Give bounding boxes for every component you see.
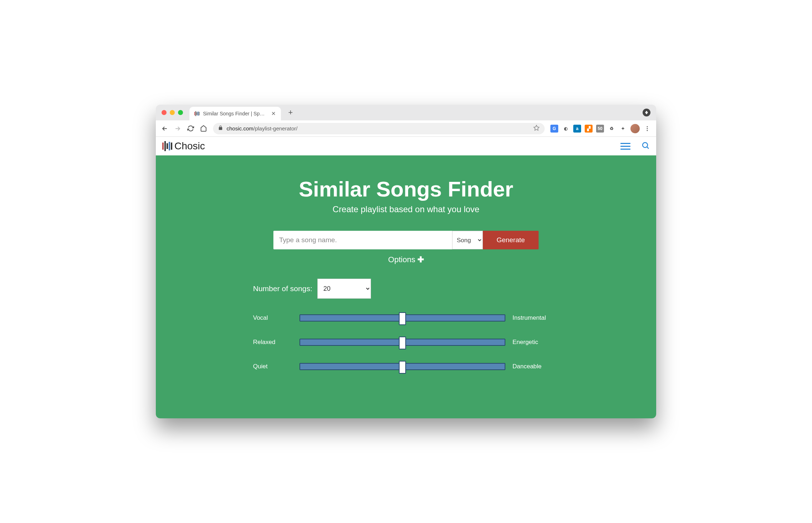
extension-analytics-icon[interactable]: ▞ [585, 125, 593, 133]
slider-right-label: Energetic [513, 339, 559, 346]
browser-tab[interactable]: Similar Songs Finder | Spotify P ✕ [189, 107, 281, 120]
slider-thumb[interactable] [399, 337, 406, 349]
svg-point-4 [643, 143, 648, 148]
slider-row-2: QuietDanceable [253, 363, 559, 370]
slider-left-label: Quiet [253, 363, 292, 370]
options-label: Options [388, 255, 415, 264]
plus-icon: ✚ [417, 255, 424, 264]
home-button[interactable] [198, 123, 209, 134]
extension-google-translate-icon[interactable]: G [550, 125, 558, 133]
slider-left-label: Relaxed [253, 339, 292, 346]
chrome-account-button[interactable] [643, 109, 650, 116]
address-bar[interactable]: chosic.com/playlist-generator/ [213, 123, 545, 134]
options-panel: Number of songs: 20 VocalInstrumentalRel… [249, 279, 563, 370]
svg-marker-0 [534, 125, 539, 130]
svg-point-2 [647, 128, 648, 129]
slider-row-1: RelaxedEnergetic [253, 339, 559, 346]
options-toggle[interactable]: Options ✚ [388, 255, 424, 264]
slider-row-0: VocalInstrumental [253, 314, 559, 322]
type-select[interactable]: Song [452, 231, 483, 249]
header-actions [620, 141, 650, 151]
slider-right-label: Danceable [513, 363, 559, 370]
tab-bar: Similar Songs Finder | Spotify P ✕ + [156, 105, 656, 120]
window-minimize-button[interactable] [170, 110, 175, 115]
extension-extensions-icon[interactable]: ✦ [619, 125, 627, 133]
search-row: Song Generate [156, 231, 656, 249]
slider-thumb[interactable] [399, 361, 406, 374]
num-songs-row: Number of songs: 20 [253, 279, 559, 299]
num-songs-label: Number of songs: [253, 284, 312, 293]
back-button[interactable] [159, 123, 170, 134]
site-header: Chosic [156, 137, 656, 155]
slider-track[interactable] [299, 314, 505, 322]
logo-icon [162, 141, 172, 151]
extension-ext-5-icon[interactable]: 50 [596, 125, 604, 133]
window-close-button[interactable] [162, 110, 167, 115]
extension-icons: G◐a▞50♻✦ [549, 125, 628, 133]
window-maximize-button[interactable] [178, 110, 183, 115]
extension-recycle-icon[interactable]: ♻ [608, 125, 615, 133]
generate-button[interactable]: Generate [483, 231, 539, 249]
reload-button[interactable] [185, 123, 196, 134]
tab-close-button[interactable]: ✕ [270, 110, 277, 117]
browser-window: Similar Songs Finder | Spotify P ✕ + [156, 105, 656, 418]
site-logo[interactable]: Chosic [162, 140, 205, 152]
slider-track[interactable] [299, 339, 505, 346]
slider-thumb[interactable] [399, 312, 406, 325]
svg-point-3 [647, 130, 648, 131]
slider-track[interactable] [299, 363, 505, 370]
slider-left-label: Vocal [253, 314, 292, 322]
browser-menu-button[interactable] [642, 125, 653, 132]
forward-button[interactable] [172, 123, 183, 134]
favicon-icon [194, 110, 200, 117]
url-text: chosic.com/playlist-generator/ [227, 125, 297, 131]
page-title: Similar Songs Finder [156, 177, 656, 201]
slider-right-label: Instrumental [513, 314, 559, 322]
search-icon[interactable] [641, 141, 650, 151]
svg-point-1 [647, 126, 648, 127]
hamburger-menu-icon[interactable] [620, 141, 630, 151]
browser-chrome: Similar Songs Finder | Spotify P ✕ + [156, 105, 656, 137]
num-songs-select[interactable]: 20 [317, 279, 371, 299]
new-tab-button[interactable]: + [285, 107, 296, 118]
extension-ext-2-icon[interactable]: ◐ [562, 125, 570, 133]
browser-toolbar: chosic.com/playlist-generator/ G◐a▞50♻✦ [156, 120, 656, 137]
page-viewport[interactable]: Chosic Similar Songs Finder Create playl… [156, 137, 656, 418]
traffic-lights [162, 110, 183, 115]
page-subtitle: Create playlist based on what you love [156, 204, 656, 214]
lock-icon [218, 125, 223, 131]
extension-amazon-icon[interactable]: a [573, 125, 581, 133]
song-input[interactable] [273, 231, 452, 249]
logo-text: Chosic [174, 140, 205, 152]
hero-section: Similar Songs Finder Create playlist bas… [156, 155, 656, 418]
bookmark-star-icon[interactable] [533, 125, 540, 133]
tab-title: Similar Songs Finder | Spotify P [203, 111, 267, 116]
profile-avatar[interactable] [630, 124, 640, 133]
